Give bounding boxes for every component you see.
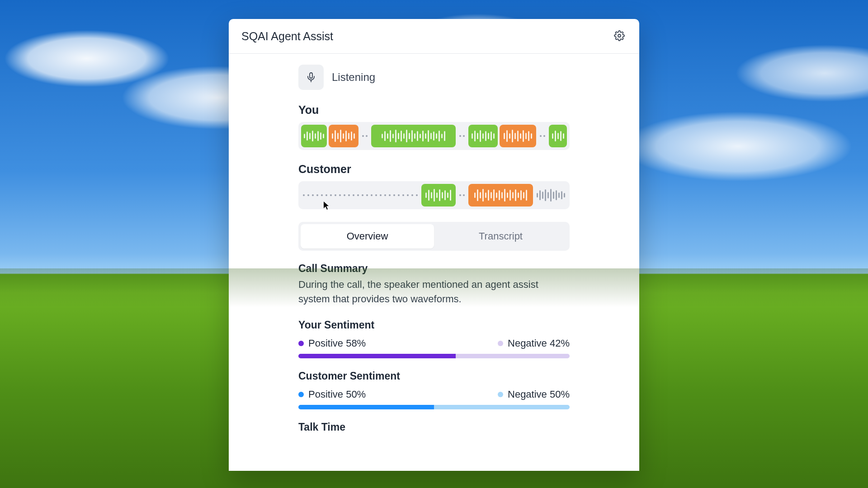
speech-segment[interactable]: [468, 125, 498, 147]
swatch-icon: [498, 392, 503, 397]
your-sentiment-negative-label: Negative 42%: [508, 338, 570, 349]
your-sentiment-title: Your Sentiment: [298, 319, 570, 331]
your-sentiment-block: Your Sentiment Positive 58% Negative 42%: [298, 319, 570, 358]
your-sentiment-positive-label: Positive 58%: [308, 338, 366, 349]
speech-segment[interactable]: [500, 125, 536, 147]
app-body: Listening You Customer Overview Transcri…: [229, 54, 639, 433]
segment-break: [538, 135, 547, 137]
sentiment-negative-segment: [456, 354, 570, 358]
your-sentiment-bar: [298, 354, 570, 358]
app-title: SQAI Agent Assist: [241, 30, 333, 43]
silence-segment: [301, 194, 420, 196]
customer-sentiment-positive-label: Positive 50%: [308, 389, 366, 400]
segment-break: [360, 135, 369, 137]
customer-sentiment-negative-legend: Negative 50%: [498, 389, 570, 400]
your-sentiment-negative-legend: Negative 42%: [498, 338, 570, 349]
customer-sentiment-title: Customer Sentiment: [298, 370, 570, 382]
sentiment-negative-segment: [434, 405, 570, 409]
mic-icon: [298, 65, 324, 90]
svg-rect-1: [310, 73, 312, 78]
customer-waveform-track[interactable]: [298, 181, 570, 209]
segment-break: [458, 194, 467, 196]
segment-break: [458, 135, 467, 137]
listening-label: Listening: [332, 71, 375, 84]
customer-sentiment-bar: [298, 405, 570, 409]
listening-status: Listening: [298, 65, 570, 90]
talk-time-title: Talk Time: [298, 421, 570, 433]
swatch-icon: [298, 392, 304, 397]
agent-assist-window: SQAI Agent Assist: [229, 19, 639, 471]
waveform-tail: [535, 189, 567, 202]
svg-point-0: [618, 34, 621, 37]
speech-segment[interactable]: [549, 125, 567, 147]
customer-sentiment-positive-legend: Positive 50%: [298, 389, 366, 400]
customer-track-label: Customer: [298, 163, 570, 176]
you-track-label: You: [298, 103, 570, 117]
settings-button[interactable]: [612, 29, 627, 43]
sentiment-positive-segment: [298, 405, 434, 409]
speech-segment[interactable]: [421, 184, 456, 206]
your-sentiment-positive-legend: Positive 58%: [298, 338, 366, 349]
tab-overview[interactable]: Overview: [301, 224, 434, 249]
sentiment-positive-segment: [298, 354, 456, 358]
speech-segment[interactable]: [468, 184, 533, 206]
call-summary-title: Call Summary: [298, 263, 570, 275]
gear-icon: [614, 30, 625, 42]
tabs: Overview Transcript: [298, 222, 570, 251]
customer-sentiment-negative-label: Negative 50%: [508, 389, 570, 400]
speech-segment[interactable]: [329, 125, 359, 147]
desktop-wallpaper: SQAI Agent Assist: [0, 0, 868, 488]
speech-segment[interactable]: [301, 125, 327, 147]
call-summary-text: During the call, the speaker mentioned a…: [298, 277, 570, 306]
you-waveform-track[interactable]: [298, 122, 570, 150]
app-header: SQAI Agent Assist: [229, 19, 639, 54]
tab-transcript[interactable]: Transcript: [434, 224, 567, 249]
customer-sentiment-block: Customer Sentiment Positive 50% Negative…: [298, 370, 570, 409]
speech-segment[interactable]: [371, 125, 456, 147]
swatch-icon: [498, 341, 503, 346]
swatch-icon: [298, 341, 304, 346]
